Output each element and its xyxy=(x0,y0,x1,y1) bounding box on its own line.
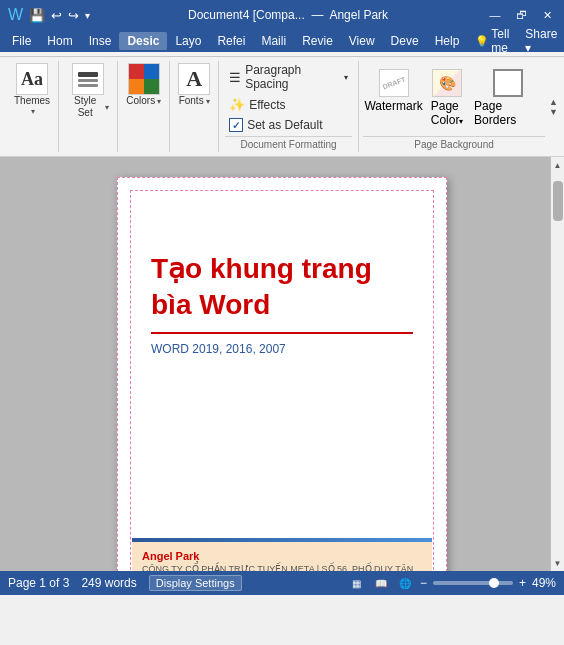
style-set-dropdown-arrow: ▾ xyxy=(105,103,109,112)
view-read-button[interactable]: 📖 xyxy=(372,574,390,592)
style-set-button[interactable]: Style Set ▾ xyxy=(63,61,113,121)
zoom-slider[interactable] xyxy=(433,581,513,585)
scrollbar-thumb[interactable] xyxy=(553,181,563,221)
paragraph-spacing-button[interactable]: ☰ Paragraph Spacing ▾ xyxy=(225,61,352,93)
set-default-checkbox: ✓ xyxy=(229,118,243,132)
menu-help[interactable]: Help xyxy=(427,32,468,50)
watermark-label: Watermark xyxy=(364,99,422,113)
effects-label: Effects xyxy=(249,98,285,112)
fonts-icon: A xyxy=(178,63,210,95)
paragraph-spacing-icon: ☰ xyxy=(229,70,241,85)
word-count: 249 words xyxy=(81,576,136,590)
colors-label: Colors xyxy=(126,95,155,107)
ribbon-content: Aa Themes ▾ Style Set ▾ xyxy=(0,56,564,156)
menu-tell-me[interactable]: 💡 Tell me xyxy=(467,25,517,57)
style-set-group: Style Set ▾ xyxy=(59,61,118,152)
themes-label: Themes xyxy=(14,95,50,107)
set-as-default-label: Set as Default xyxy=(247,118,322,132)
menu-share[interactable]: Share ▾ xyxy=(517,25,564,57)
zoom-thumb xyxy=(489,578,499,588)
title-bar-left: W 💾 ↩ ↪ ▾ xyxy=(8,6,90,24)
page-title: Tạo khung trang bìa Word xyxy=(151,251,413,334)
window-controls: — 🗗 ✕ xyxy=(486,6,556,24)
set-as-default-button[interactable]: ✓ Set as Default xyxy=(225,116,352,134)
close-button[interactable]: ✕ xyxy=(538,6,556,24)
fonts-group: A Fonts ▾ xyxy=(170,61,219,152)
effects-icon: ✨ xyxy=(229,97,245,112)
page-inner: Tạo khung trang bìa Word WORD 2019, 2016… xyxy=(130,190,434,571)
paragraph-spacing-label: Paragraph Spacing xyxy=(245,63,338,91)
doc-formatting-label: Document Formatting xyxy=(225,136,352,150)
scroll-up-button[interactable]: ▲ xyxy=(551,157,565,173)
zoom-level: 49% xyxy=(532,576,556,590)
view-web-button[interactable]: 🌐 xyxy=(396,574,414,592)
menu-mailings[interactable]: Maili xyxy=(253,32,294,50)
page-color-icon: 🎨 xyxy=(431,67,463,99)
fonts-dropdown-arrow: ▾ xyxy=(206,97,210,106)
menu-design[interactable]: Desic xyxy=(119,32,167,50)
para-effects-group: ☰ Paragraph Spacing ▾ ✨ Effects ✓ Set as… xyxy=(219,61,359,152)
themes-dropdown-arrow: ▾ xyxy=(31,107,35,116)
watermark-button[interactable]: DRAFT Watermark xyxy=(363,65,424,129)
colors-dropdown-arrow: ▾ xyxy=(157,97,161,106)
zoom-out-button[interactable]: − xyxy=(420,576,427,590)
colors-icon xyxy=(128,63,160,95)
page-info: Page 1 of 3 xyxy=(8,576,69,590)
page-background-group: DRAFT Watermark 🎨 PageColor▾ xyxy=(359,61,549,152)
style-set-label: Style Set xyxy=(67,95,103,119)
scrollbar-track xyxy=(551,173,565,555)
document-page: Tạo khung trang bìa Word WORD 2019, 2016… xyxy=(117,177,447,571)
menu-layout[interactable]: Layo xyxy=(167,32,209,50)
watermark-icon: DRAFT xyxy=(378,67,410,99)
vertical-scrollbar: ▲ ▼ xyxy=(550,157,564,571)
ribbon-scroll: ▲ ▼ xyxy=(549,61,558,152)
footer-box: Angel Park CÔNG TY CỔ PHẦN TRỰC TUYẾN ME… xyxy=(132,542,432,571)
scroll-down-button[interactable]: ▼ xyxy=(551,555,565,571)
footer-name: Angel Park xyxy=(142,550,422,562)
quick-save[interactable]: 💾 xyxy=(29,8,45,23)
document-area: Tạo khung trang bìa Word WORD 2019, 2016… xyxy=(0,157,564,571)
menu-developer[interactable]: Deve xyxy=(383,32,427,50)
colors-button[interactable]: Colors ▾ xyxy=(122,61,165,109)
ribbon-scroll-down[interactable]: ▼ xyxy=(549,107,558,117)
status-bar: Page 1 of 3 249 words Display Settings ▦… xyxy=(0,571,564,595)
document-title: Document4 [Compa... — Angel Park xyxy=(90,8,486,22)
menu-review[interactable]: Revie xyxy=(294,32,341,50)
footer-addr: CÔNG TY CỔ PHẦN TRỰC TUYẾN META | SỐ 56,… xyxy=(142,564,422,571)
fonts-label: Fonts xyxy=(179,95,204,107)
restore-button[interactable]: 🗗 xyxy=(512,6,530,24)
page-color-button[interactable]: 🎨 PageColor▾ xyxy=(428,65,466,129)
status-right: ▦ 📖 🌐 − + 49% xyxy=(348,574,556,592)
menu-insert[interactable]: Inse xyxy=(81,32,120,50)
page-bg-label: Page Background xyxy=(363,136,545,150)
colors-group: Colors ▾ xyxy=(118,61,170,152)
quick-undo[interactable]: ↩ xyxy=(51,8,62,23)
view-normal-button[interactable]: ▦ xyxy=(348,574,366,592)
fonts-button[interactable]: A Fonts ▾ xyxy=(174,61,214,109)
effects-button[interactable]: ✨ Effects xyxy=(225,95,352,114)
ribbon: Aa Themes ▾ Style Set ▾ xyxy=(0,52,564,157)
page-color-label: PageColor▾ xyxy=(431,99,464,127)
zoom-in-button[interactable]: + xyxy=(519,576,526,590)
menu-view[interactable]: View xyxy=(341,32,383,50)
page-borders-button[interactable]: Page Borders xyxy=(470,65,545,129)
minimize-button[interactable]: — xyxy=(486,6,504,24)
page-borders-label: Page Borders xyxy=(474,99,541,127)
menu-home[interactable]: Hom xyxy=(39,32,80,50)
ribbon-scroll-up[interactable]: ▲ xyxy=(549,97,558,107)
menu-file[interactable]: File xyxy=(4,32,39,50)
display-settings-button[interactable]: Display Settings xyxy=(149,575,242,591)
themes-group: Aa Themes ▾ xyxy=(6,61,59,152)
para-dropdown-arrow: ▾ xyxy=(344,73,348,82)
themes-icon: Aa xyxy=(16,63,48,95)
menu-references[interactable]: Refei xyxy=(209,32,253,50)
quick-redo[interactable]: ↪ xyxy=(68,8,79,23)
app-icon: W xyxy=(8,6,23,24)
page-footer: Angel Park CÔNG TY CỔ PHẦN TRỰC TUYẾN ME… xyxy=(132,538,432,571)
themes-button[interactable]: Aa Themes ▾ xyxy=(10,61,54,118)
status-left: Page 1 of 3 249 words Display Settings xyxy=(8,575,242,591)
page-subtitle: WORD 2019, 2016, 2007 xyxy=(151,342,413,356)
page-bg-items: DRAFT Watermark 🎨 PageColor▾ xyxy=(363,61,545,129)
page-borders-icon xyxy=(492,67,524,99)
style-set-icon xyxy=(72,63,104,95)
